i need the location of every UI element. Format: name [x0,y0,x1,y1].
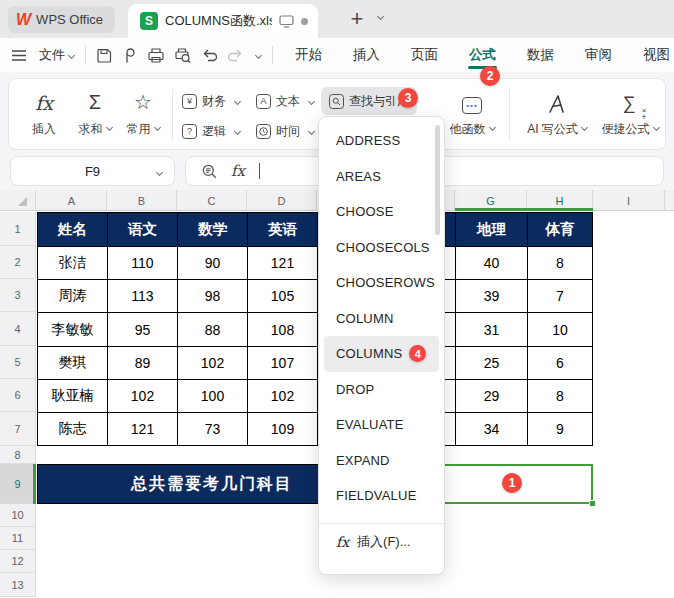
menu-tab-insert[interactable]: 插入 [352,38,381,72]
cell-A3[interactable]: 周涛 [37,279,107,312]
cell-C4[interactable]: 88 [177,312,247,346]
cell-H3[interactable]: 7 [527,279,593,312]
dropdown-item-fieldvalue[interactable]: FIELDVALUE [319,478,444,514]
cell-C2[interactable]: 90 [177,246,247,279]
cell-A1[interactable]: 姓名 [37,212,107,246]
cell-D1[interactable]: 英语 [247,212,317,246]
cell-H7[interactable]: 9 [527,412,593,446]
row-header-1[interactable]: 1 [0,212,36,246]
cell-A6[interactable]: 耿亚楠 [37,379,107,412]
insert-function-button[interactable]: fx 插入 [19,83,69,145]
save-icon[interactable] [97,48,112,63]
cell-G1[interactable]: 地理 [455,212,527,246]
row-header-7[interactable]: 7 [0,412,36,446]
logic-functions-button[interactable]: ? 逻辑 [182,119,240,143]
cell-G7[interactable]: 34 [455,412,527,446]
row-header-6[interactable]: 6 [0,379,36,412]
column-header-B[interactable]: B [107,190,177,211]
cell-B5[interactable]: 89 [107,346,177,379]
text-functions-button[interactable]: A 文本 [256,89,314,113]
autosum-button[interactable]: Σ 求和 [69,83,121,145]
cell-D7[interactable]: 109 [247,412,317,446]
cell-H1[interactable]: 体育 [527,212,593,246]
row-header-8[interactable]: 8 [0,446,36,464]
menu-tab-page[interactable]: 页面 [410,38,439,72]
other-functions-button[interactable]: ••• 他函数 [441,83,503,145]
file-menu[interactable]: 文件 [37,46,74,64]
cell-D2[interactable]: 121 [247,246,317,279]
cell-D3[interactable]: 105 [247,279,317,312]
row-header-5[interactable]: 5 [0,346,36,379]
new-tab-button[interactable]: + [344,4,370,34]
undo-icon[interactable] [202,49,217,62]
common-functions-button[interactable]: ☆ 常用 [117,83,169,145]
dropdown-item-choose[interactable]: CHOOSE [319,194,444,230]
dropdown-item-column[interactable]: COLUMN [319,301,444,337]
cell-G5[interactable]: 25 [455,346,527,379]
row-header-11[interactable]: 11 [0,527,36,550]
cell-G4[interactable]: 31 [455,312,527,346]
row-header-9[interactable]: 9 [0,464,36,504]
row-header-10[interactable]: 10 [0,504,36,527]
cell-A4[interactable]: 李敏敏 [37,312,107,346]
ai-formula-button[interactable]: AI 写公式 [517,83,597,145]
time-functions-button[interactable]: 时间 [256,119,314,143]
cell-A5[interactable]: 樊琪 [37,346,107,379]
cell-G3[interactable]: 39 [455,279,527,312]
column-header-A[interactable]: A [37,190,107,211]
menu-tab-view[interactable]: 视图 [642,38,671,72]
export-pdf-icon[interactable] [123,48,137,63]
cell-D6[interactable]: 102 [247,379,317,412]
cell-D5[interactable]: 107 [247,346,317,379]
app-menu-chip[interactable]: W WPS Office [8,6,115,33]
dropdown-item-evaluate[interactable]: EVALUATE [319,407,444,443]
print-icon[interactable] [148,48,164,63]
cell-A7[interactable]: 陈志 [37,412,107,446]
column-header-I[interactable]: I [593,190,665,211]
quick-formula-button[interactable]: ∑+× 便捷公式 [595,83,665,145]
cell-H6[interactable]: 8 [527,379,593,412]
select-all-corner[interactable] [0,190,36,211]
tab-list-chevron-icon[interactable] [377,13,384,20]
row-header-4[interactable]: 4 [0,312,36,346]
cell-B7[interactable]: 121 [107,412,177,446]
fill-handle[interactable] [589,500,596,507]
row-header-12[interactable]: 12 [0,550,36,573]
row-header-2[interactable]: 2 [0,246,36,279]
print-preview-icon[interactable] [175,48,191,63]
column-header-C[interactable]: C [177,190,247,211]
dropdown-item-areas[interactable]: AREAS [319,159,444,195]
document-tab[interactable]: S COLUMNS函数.xlsx [128,4,318,38]
cell-C5[interactable]: 102 [177,346,247,379]
cell-C1[interactable]: 数学 [177,212,247,246]
cell-H2[interactable]: 8 [527,246,593,279]
dropdown-item-choosecols[interactable]: CHOOSECOLS [319,230,444,266]
dropdown-item-drop[interactable]: DROP [319,372,444,408]
menu-tab-review[interactable]: 审阅 [584,38,613,72]
cell-B2[interactable]: 110 [107,246,177,279]
cell-C3[interactable]: 98 [177,279,247,312]
hamburger-menu-icon[interactable] [12,50,26,61]
cell-D4[interactable]: 108 [247,312,317,346]
row-header-13[interactable]: 13 [0,573,36,597]
cell-G6[interactable]: 29 [455,379,527,412]
cell-A2[interactable]: 张洁 [37,246,107,279]
cell-C7[interactable]: 73 [177,412,247,446]
insert-function-menu-item[interactable]: fx 插入(F)... [319,524,444,560]
column-header-D[interactable]: D [247,190,317,211]
dropdown-item-columns[interactable]: COLUMNS4 [324,336,439,372]
cell-B1[interactable]: 语文 [107,212,177,246]
cell-C6[interactable]: 100 [177,379,247,412]
dropdown-item-expand[interactable]: EXPAND [319,443,444,479]
cell-B4[interactable]: 95 [107,312,177,346]
dropdown-scrollbar[interactable] [435,125,440,235]
dropdown-item-chooserows[interactable]: CHOOSEROWS [319,265,444,301]
cell-B3[interactable]: 113 [107,279,177,312]
menu-tab-data[interactable]: 数据 [526,38,555,72]
menu-tab-home[interactable]: 开始 [294,38,323,72]
dropdown-item-address[interactable]: ADDRESS [319,123,444,159]
quick-access-chevron-icon[interactable] [255,51,262,58]
cell-G2[interactable]: 40 [455,246,527,279]
finance-functions-button[interactable]: ¥ 财务 [182,89,240,113]
name-box[interactable]: F9 [10,156,175,186]
